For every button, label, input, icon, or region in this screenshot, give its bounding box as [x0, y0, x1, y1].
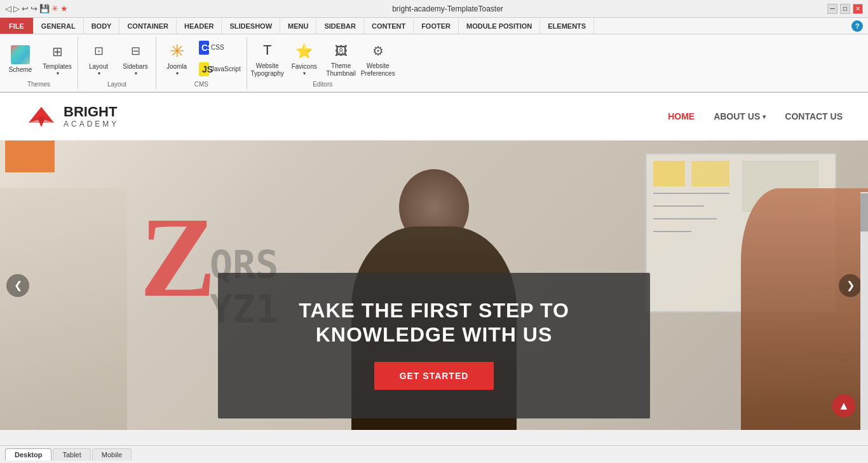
- menu-elements[interactable]: ELEMENTS: [540, 18, 594, 34]
- left-arrow-icon: ❮: [14, 279, 22, 291]
- javascript-button[interactable]: JS JavaScript: [196, 61, 244, 78]
- maximize-button[interactable]: □: [840, 4, 850, 14]
- menu-header[interactable]: HEADER: [177, 18, 222, 34]
- window-controls[interactable]: ─ □ ✕: [827, 4, 863, 14]
- forward-icon[interactable]: ▷: [13, 4, 20, 13]
- nav-home[interactable]: HOME: [668, 111, 695, 121]
- css-icon: CSS: [199, 41, 209, 55]
- menu-content[interactable]: CONTENT: [364, 18, 414, 34]
- ribbon-cms-inner: ✳ Joomla ▾ CSS CSS JS JavaScript: [159, 37, 244, 79]
- favicons-button[interactable]: ⭐ Favicons ▾: [287, 38, 322, 79]
- ribbon: Scheme ⊞ Templates ▾ Themes ⊡ Layout ▾ ⊟…: [0, 34, 868, 93]
- thumbnail-label: Theme Thumbnail: [326, 62, 356, 78]
- star-icon[interactable]: ★: [60, 4, 68, 13]
- undo-icon[interactable]: ↩: [22, 4, 29, 13]
- minimize-button[interactable]: ─: [827, 4, 837, 14]
- carousel-prev-button[interactable]: ❮: [6, 274, 29, 297]
- right-arrow-icon: ❯: [846, 279, 855, 291]
- title-bar-left: ◁ ▷ ↩ ↪ 💾 ✳ ★: [5, 4, 68, 13]
- orange-block: [5, 141, 55, 172]
- save-icon[interactable]: 💾: [39, 4, 50, 13]
- site-nav: HOME ABOUT US ▾ CONTACT US: [668, 111, 843, 121]
- hero-overlay: TAKE THE FIRST STEP TO KNOWLEDGE WITH US…: [218, 273, 650, 419]
- thumbnail-button[interactable]: 🖼 Theme Thumbnail: [323, 38, 359, 79]
- css-button[interactable]: CSS CSS: [196, 39, 244, 56]
- scroll-up-icon: ▲: [838, 399, 850, 413]
- scroll-to-top-button[interactable]: ▲: [832, 394, 855, 417]
- js-icon: JS: [199, 62, 209, 76]
- carousel-next-button[interactable]: ❯: [839, 274, 862, 297]
- hero-title-line2: KNOWLEDGE WITH US: [243, 322, 625, 347]
- hero-left-bg: [0, 188, 127, 430]
- menu-menu[interactable]: MENU: [280, 18, 316, 34]
- joomla-icon-small[interactable]: ✳: [51, 4, 58, 13]
- favicons-caret: ▾: [303, 71, 306, 77]
- layout-label: Layout: [89, 63, 108, 71]
- back-icon[interactable]: ◁: [5, 4, 11, 13]
- close-button[interactable]: ✕: [853, 4, 863, 14]
- typography-icon: T: [257, 41, 278, 61]
- sticky-note-1: [653, 161, 685, 186]
- templates-button[interactable]: ⊞ Templates ▾: [39, 38, 75, 79]
- redo-icon[interactable]: ↪: [31, 4, 37, 13]
- help-icon[interactable]: ?: [851, 20, 863, 32]
- whiteboard-line-3: [653, 218, 717, 219]
- layout-icon: ⊡: [88, 41, 109, 62]
- menu-slideshow[interactable]: SLIDESHOW: [222, 18, 280, 34]
- layout-caret: ▾: [98, 71, 100, 77]
- scheme-icon: [10, 45, 31, 65]
- hero-letter-z: Z: [140, 191, 216, 323]
- tab-mobile[interactable]: Mobile: [92, 448, 132, 460]
- menu-module-position[interactable]: MODULE POSITION: [459, 18, 540, 34]
- typography-label: Website Typography: [251, 62, 284, 78]
- window-title: bright-academy-TemplateToaster: [68, 4, 827, 13]
- tab-desktop[interactable]: Desktop: [5, 448, 51, 460]
- preview-area: BRIGHT ACADEMY HOME ABOUT US ▾ CONTACT U…: [0, 93, 868, 430]
- ribbon-editors-section: T Website Typography ⭐ Favicons ▾ 🖼 Them…: [247, 37, 398, 89]
- layout-group-label: Layout: [81, 79, 153, 89]
- typography-button[interactable]: T Website Typography: [250, 38, 285, 79]
- menu-body[interactable]: BODY: [84, 18, 120, 34]
- layout-button[interactable]: ⊡ Layout ▾: [81, 38, 116, 79]
- nav-contact-us[interactable]: CONTACT US: [785, 111, 843, 121]
- joomla-icon: ✳: [166, 41, 187, 62]
- nav-about-us[interactable]: ABOUT US ▾: [714, 111, 766, 121]
- hero-cta-button[interactable]: GET STARTED: [374, 362, 494, 390]
- cms-group-label: CMS: [159, 79, 244, 89]
- scrollbar-thumb[interactable]: [860, 193, 868, 232]
- logo-brand: BRIGHT: [64, 104, 119, 120]
- whiteboard-line-4: [653, 231, 691, 232]
- ribbon-themes-inner: Scheme ⊞ Templates ▾: [3, 37, 75, 79]
- sidebars-button[interactable]: ⊟ Sidebars ▾: [118, 38, 153, 79]
- ribbon-editors-inner: T Website Typography ⭐ Favicons ▾ 🖼 Them…: [250, 37, 396, 79]
- menu-sidebar[interactable]: SIDEBAR: [316, 18, 364, 34]
- hero-section: Z QRSYZ1: [0, 141, 868, 430]
- css-label: CSS: [211, 44, 224, 51]
- whiteboard-line-2: [653, 205, 704, 207]
- about-caret-icon: ▾: [763, 113, 766, 120]
- preferences-button[interactable]: ⚙ Website Preferences: [360, 38, 396, 79]
- site-logo: BRIGHT ACADEMY: [25, 100, 119, 132]
- preferences-label: Website Preferences: [361, 62, 395, 78]
- preferences-icon: ⚙: [368, 41, 388, 61]
- sidebars-icon: ⊟: [125, 41, 146, 62]
- menu-bar: FILE GENERAL BODY CONTAINER HEADER SLIDE…: [0, 18, 868, 34]
- logo-text-group: BRIGHT ACADEMY: [64, 104, 119, 128]
- scheme-button[interactable]: Scheme: [3, 38, 38, 79]
- whiteboard-line-1: [653, 193, 729, 194]
- joomla-button[interactable]: ✳ Joomla ▾: [159, 38, 194, 79]
- scheme-color-icon: [11, 45, 30, 64]
- vertical-scrollbar[interactable]: [860, 192, 868, 430]
- help-button[interactable]: ?: [846, 18, 868, 34]
- logo-sub: ACADEMY: [64, 120, 119, 128]
- menu-footer[interactable]: FOOTER: [414, 18, 459, 34]
- menu-file[interactable]: FILE: [0, 18, 34, 34]
- title-bar: ◁ ▷ ↩ ↪ 💾 ✳ ★ bright-academy-TemplateToa…: [0, 0, 868, 18]
- sidebars-label: Sidebars: [123, 63, 147, 71]
- ribbon-layout-inner: ⊡ Layout ▾ ⊟ Sidebars ▾: [81, 37, 153, 79]
- tab-tablet[interactable]: Tablet: [53, 448, 90, 460]
- sidebars-caret: ▾: [135, 71, 137, 77]
- menu-container[interactable]: CONTAINER: [119, 18, 177, 34]
- bottom-bar: Desktop Tablet Mobile: [0, 445, 868, 463]
- menu-general[interactable]: GENERAL: [34, 18, 84, 34]
